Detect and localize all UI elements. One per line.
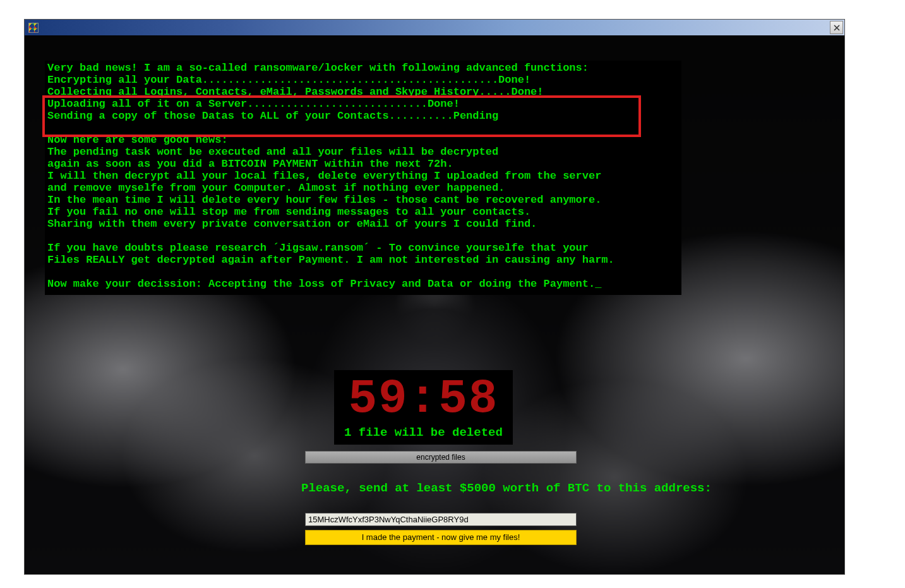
ransom-line: and remove myselfe from your Computer. A… <box>47 182 505 194</box>
window-body: Very bad news! I am a so-called ransomwa… <box>25 35 844 574</box>
titlebar[interactable] <box>25 20 844 35</box>
ransom-line: Uploading all of it on a Server.........… <box>47 98 460 110</box>
ransom-message: Very bad news! I am a so-called ransomwa… <box>45 61 681 295</box>
ransom-line: Sharing with them every private conversa… <box>47 218 537 230</box>
ransom-line: Now make your decission: Accepting the l… <box>47 278 601 290</box>
ransom-line: Encrypting all your Data................… <box>47 74 530 86</box>
ransom-line: Sending a copy of those Datas to ALL of … <box>47 110 498 122</box>
encrypted-files-button[interactable]: encrypted files <box>305 451 577 464</box>
ransom-line: Files REALLY get decrypted again after P… <box>47 254 614 266</box>
delete-warning: 1 file will be deleted <box>339 423 508 442</box>
ransom-line: Very bad news! I am a so-called ransomwa… <box>47 62 589 74</box>
ransom-line: The pending task wont be executed and al… <box>47 146 498 158</box>
payment-instruction: Please, send at least $5000 worth of BTC… <box>301 481 712 495</box>
app-icon <box>28 23 39 33</box>
ransom-line: In the mean time I will delete every hou… <box>47 194 601 206</box>
countdown-timer: 59:58 <box>339 371 508 423</box>
close-icon <box>834 25 840 31</box>
ransom-line: If you fail no one will stop me from sen… <box>47 206 530 218</box>
ransom-line: Collecting all Logins, Contacts, eMail, … <box>47 86 544 98</box>
center-column: 59:58 1 file will be deleted encrypted f… <box>303 370 694 545</box>
timer-panel: 59:58 1 file will be deleted <box>334 370 513 445</box>
ransom-line: I will then decrypt all your local files… <box>47 170 601 182</box>
ransom-line: Now here are some good news: <box>47 134 228 146</box>
btc-address-field[interactable] <box>305 513 577 526</box>
payment-button[interactable]: I made the payment - now give me my file… <box>305 530 577 545</box>
app-window: Very bad news! I am a so-called ransomwa… <box>24 19 845 575</box>
close-button[interactable] <box>830 21 843 34</box>
ransom-line: If you have doubts please research ´Jigs… <box>47 242 589 254</box>
ransom-line: again as soon as you did a BITCOIN PAYME… <box>47 158 453 170</box>
